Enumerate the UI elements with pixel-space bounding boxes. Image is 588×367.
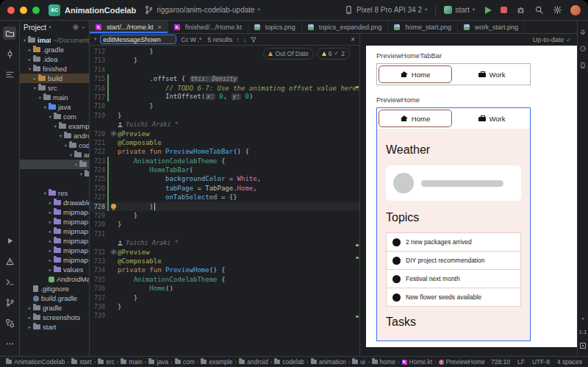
tree-item[interactable]: Home.kt	[20, 179, 89, 188]
code-line[interactable]: 735 AnimationCodelabTheme {	[90, 275, 359, 284]
tool-window-button-run[interactable]	[3, 234, 16, 247]
panel-options-icon[interactable]	[72, 24, 79, 31]
stripe-mark[interactable]	[356, 316, 359, 318]
inspections-badge[interactable]: 6 ✓ 2	[317, 48, 350, 60]
search-toggle-regexregex[interactable]: .*	[197, 36, 203, 43]
breadcrumb-item[interactable]: animation	[311, 358, 346, 366]
breadcrumb-item[interactable]: java	[148, 358, 168, 366]
editor-tab[interactable]: start/.../Home.kt×	[90, 21, 168, 33]
code-line[interactable]: 718 }	[90, 101, 359, 110]
breadcrumb-item[interactable]: PreviewHomeTabBar	[439, 358, 485, 366]
tree-item[interactable]: ▸build	[20, 74, 89, 83]
hide-panel-icon[interactable]: −	[82, 24, 85, 31]
tree-item[interactable]: build.gradle	[20, 293, 89, 303]
preview-tab-home[interactable]: Home	[379, 110, 452, 127]
code-line[interactable]: 732@Preview	[90, 248, 359, 257]
tree-item[interactable]: ▾main	[20, 93, 89, 102]
code-line[interactable]: 716 // TODO 6-7: Use the animating offse…	[90, 84, 359, 93]
editor-tab[interactable]: topics_expanded.png	[302, 21, 389, 33]
breadcrumb-item[interactable]: start	[71, 358, 92, 366]
zoom-actual-size-button[interactable]: 1:1	[578, 329, 587, 335]
stripe-mark[interactable]	[356, 257, 359, 259]
error-stripe[interactable]	[354, 46, 359, 356]
tree-item[interactable]: ▾home	[20, 169, 89, 179]
run-configuration-selector[interactable]: start ▾	[440, 4, 478, 15]
tree-item[interactable]: ▸mipmap-xxxhdpi	[20, 255, 89, 265]
minimize-window-button[interactable]	[20, 7, 27, 14]
code-line[interactable]: 730}	[90, 220, 359, 229]
search-input[interactable]	[100, 35, 176, 44]
breadcrumb-item[interactable]: main	[121, 358, 142, 366]
code-line[interactable]: 738}	[90, 302, 359, 311]
preview-tab-work[interactable]: Work	[455, 110, 528, 127]
tool-window-button-project[interactable]	[3, 26, 16, 40]
tree-item[interactable]: ▾finished	[20, 64, 89, 74]
topic-row[interactable]: Festival next month	[386, 269, 521, 288]
tool-window-button-more[interactable]	[3, 337, 16, 350]
code-line[interactable]: 729 }	[90, 211, 359, 220]
editor-tab[interactable]: topics.png	[248, 21, 302, 33]
tree-item[interactable]: ▾codelab	[20, 140, 89, 150]
run-button[interactable]	[485, 7, 492, 14]
tree-item[interactable]: .gitignore	[20, 284, 89, 293]
tool-window-button-commit[interactable]	[3, 47, 16, 60]
code-line[interactable]: 734private fun PreviewHome() {	[90, 266, 359, 274]
preview-out-of-date-badge[interactable]: Out Of Date	[263, 48, 313, 60]
tool-window-button-gradle[interactable]	[578, 43, 588, 53]
stripe-mark[interactable]	[356, 244, 359, 246]
topic-row[interactable]: DIY project recommendation	[386, 251, 521, 270]
code-line[interactable]: 720@Preview	[90, 129, 359, 138]
code-line[interactable]: 724 HomeTabBar(	[90, 165, 359, 174]
project-panel-title[interactable]: Project	[24, 24, 46, 32]
tree-item[interactable]: ▾ui	[20, 160, 89, 169]
tree-item[interactable]: ▸drawable	[20, 198, 89, 207]
tool-window-button-notifications[interactable]	[578, 26, 588, 36]
tree-item[interactable]: ▸screenshots	[20, 313, 89, 322]
bulb-gutter-icon[interactable]	[109, 204, 118, 209]
search-toggle-Cc[interactable]: Cc	[180, 36, 189, 43]
tool-window-button-services[interactable]	[3, 316, 16, 329]
file-encoding[interactable]: UTF-8	[532, 358, 550, 366]
stop-button[interactable]	[501, 7, 507, 13]
breadcrumb-item[interactable]: AnimationCodelab	[6, 358, 65, 366]
device-selector[interactable]: Pixel 8 Pro API 34 2 ▾	[340, 4, 431, 16]
next-match-button[interactable]: ↓	[243, 36, 246, 43]
tree-item[interactable]: ▸gradle	[20, 303, 89, 313]
tree-item[interactable]: ▸mipmap-xhdpi	[20, 236, 89, 246]
code-line[interactable]: 726 tabPage = TabPage.Home,	[90, 184, 359, 193]
tree-item[interactable]: ▾animation	[20, 150, 89, 160]
breadcrumb-item[interactable]: android	[239, 358, 268, 366]
topic-row[interactable]: New flower seeds available	[386, 288, 521, 307]
expand-search-icon[interactable]: ▾	[94, 37, 96, 42]
preview-tab-home[interactable]: Home	[379, 65, 452, 83]
tree-item[interactable]: ▸mipmap-mdpi	[20, 227, 89, 236]
breadcrumb-item[interactable]: example	[201, 358, 232, 366]
tree-item[interactable]: ▾android	[20, 131, 89, 140]
code-line[interactable]: 728 )	[90, 202, 359, 211]
code-line[interactable]: 739	[90, 311, 359, 320]
zoom-fit-button[interactable]	[580, 343, 586, 350]
breadcrumb-item[interactable]: com	[175, 358, 195, 366]
tool-window-button-terminal[interactable]	[3, 275, 16, 288]
code-line[interactable]: 719}	[90, 111, 359, 120]
tree-item[interactable]: ▾src	[20, 83, 89, 93]
caret-position[interactable]: 728:10	[491, 358, 510, 366]
zoom-window-button[interactable]	[32, 7, 40, 14]
code-line[interactable]: 736 Home()	[90, 284, 359, 293]
tree-item[interactable]: ▸.gradle	[20, 45, 89, 54]
code-line[interactable]: 723 AnimationCodelabTheme {	[90, 157, 359, 165]
tree-item[interactable]: ▾java	[20, 102, 89, 112]
indent-style[interactable]: 4 spaces	[557, 358, 582, 366]
close-window-button[interactable]	[7, 7, 15, 14]
search-toggle-W[interactable]: W	[190, 36, 197, 43]
code-line[interactable]: 721@Composable	[90, 138, 359, 147]
tool-window-button-problems[interactable]	[3, 254, 16, 268]
tree-item[interactable]: ▾example	[20, 121, 89, 131]
tree-item[interactable]: ▾com	[20, 112, 89, 121]
preview-gutter-icon[interactable]	[109, 130, 118, 137]
breadcrumb-item[interactable]: home	[372, 358, 395, 366]
zoom-in-button[interactable]: +	[581, 316, 585, 322]
preview-gutter-icon[interactable]	[109, 249, 118, 255]
preview-canvas[interactable]: PreviewHomeTabBarHomeWorkPreviewHomeHome…	[366, 46, 577, 347]
tree-item[interactable]: ▾res	[20, 188, 89, 198]
